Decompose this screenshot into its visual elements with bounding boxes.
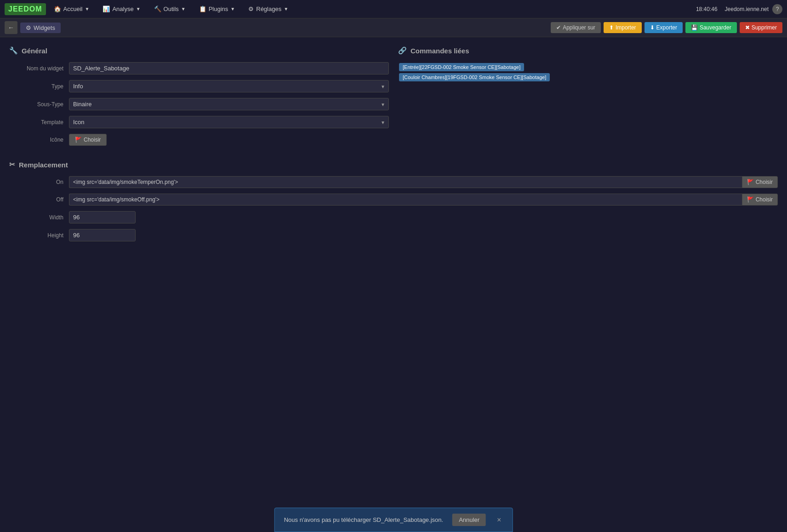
nav-accueil[interactable]: 🏠 Accueil ▼ [48,2,95,16]
analyse-icon: 📊 [103,6,110,12]
remplacement-panel: ✂ Remplacement On 🚩 Choisir Off 🚩 Choisi… [9,160,778,241]
type-label: Type [9,83,69,90]
delete-icon: ✖ [745,24,750,31]
close-notification-button[interactable]: × [495,516,503,524]
reglages-icon: ⚙ [248,6,254,12]
template-select[interactable]: Icon Default [69,116,389,128]
commandes-header: 🔗 Commandes liées [398,46,778,55]
on-input-group: 🚩 Choisir [69,176,778,188]
template-group: Template Icon Default ▼ [9,116,389,128]
export-button[interactable]: ⬇ Exporter [644,22,683,33]
apply-button[interactable]: ✔ Appliquer sur [551,22,601,33]
nav-reglages[interactable]: ⚙ Réglages ▼ [243,2,294,16]
general-panel: 🔧 Général Nom du widget Type Info Action… [9,46,389,151]
link-icon: 🔗 [398,46,407,55]
height-group: Height [9,229,778,241]
dropdown-arrow: ▼ [85,6,90,11]
navbar: JEEDOM 🏠 Accueil ▼ 📊 Analyse ▼ 🔨 Outils … [0,0,787,18]
commandes-list: [Entrée][22FGSD-002 Smoke Sensor CE][Sab… [398,62,778,82]
template-select-wrapper: Icon Default ▼ [69,116,389,128]
on-flag-icon: 🚩 [747,179,754,185]
width-input[interactable] [69,211,136,223]
width-group: Width [9,211,778,223]
remplacement-header: ✂ Remplacement [9,160,778,169]
brand: JEEDOM [5,3,46,15]
delete-button[interactable]: ✖ Supprimer [740,22,782,33]
off-label: Off [9,196,69,203]
import-button[interactable]: ⬆ Importer [604,22,642,33]
general-header: 🔧 Général [9,46,389,55]
flag-icon: 🚩 [75,137,82,143]
dropdown-arrow-5: ▼ [284,6,288,11]
height-input[interactable] [69,229,136,241]
dropdown-arrow-4: ▼ [230,6,235,11]
type-group: Type Info Action ▼ [9,80,389,92]
outils-icon: 🔨 [154,6,161,12]
on-group: On 🚩 Choisir [9,176,778,188]
server-display: Jeedom.ienne.net [725,6,769,12]
icon-choose-button[interactable]: 🚩 Choisir [69,134,107,146]
subtype-select-wrapper: Binaire Numérique Texte ▼ [69,98,389,110]
icon-label: Icône [9,137,69,143]
nav-analyse[interactable]: 📊 Analyse ▼ [97,2,146,16]
check-icon: ✔ [556,24,561,31]
on-input[interactable] [69,176,742,188]
cancel-button[interactable]: Annuler [452,514,486,526]
export-icon: ⬇ [650,24,655,31]
notification-message: Nous n'avons pas pu télécharger SD_Alert… [284,516,443,523]
time-display: 18:40:46 [696,6,718,12]
type-select-wrapper: Info Action ▼ [69,80,389,92]
navbar-right: 18:40:46 Jeedom.ienne.net ? [696,4,782,14]
template-label: Template [9,119,69,126]
widget-icon: ⚙ [26,24,31,31]
import-icon: ⬆ [609,24,614,31]
off-group: Off 🚩 Choisir [9,194,778,206]
save-icon: 💾 [691,24,698,31]
off-input[interactable] [69,194,742,206]
widget-name-group: Nom du widget [9,62,389,74]
widget-name-input[interactable] [69,62,389,74]
subtype-select[interactable]: Binaire Numérique Texte [69,98,389,110]
off-flag-icon: 🚩 [747,196,754,203]
help-button[interactable]: ? [772,4,782,14]
plugins-icon: 📋 [199,6,206,12]
off-input-group: 🚩 Choisir [69,194,778,206]
on-choose-button[interactable]: 🚩 Choisir [742,176,778,188]
on-label: On [9,179,69,185]
toolbar: ← ⚙ Widgets ✔ Appliquer sur ⬆ Importer ⬇… [0,18,787,37]
cmd-badge-1[interactable]: [Entrée][22FGSD-002 Smoke Sensor CE][Sab… [399,63,524,71]
nav-plugins[interactable]: 📋 Plugins ▼ [194,2,241,16]
dropdown-arrow-3: ▼ [181,6,186,11]
cmd-badge-2[interactable]: [Couloir Chambres][19FGSD-002 Smoke Sens… [399,73,550,81]
dropdown-arrow-2: ▼ [136,6,141,11]
subtype-group: Sous-Type Binaire Numérique Texte ▼ [9,98,389,110]
navbar-left: JEEDOM 🏠 Accueil ▼ 📊 Analyse ▼ 🔨 Outils … [5,2,294,16]
home-icon: 🏠 [54,6,61,12]
main-content: 🔧 Général Nom du widget Type Info Action… [0,37,787,256]
width-label: Width [9,214,69,221]
type-select[interactable]: Info Action [69,80,389,92]
wrench-icon: 🔧 [9,46,18,55]
replace-icon: ✂ [9,160,15,169]
commandes-panel: 🔗 Commandes liées [Entrée][22FGSD-002 Sm… [398,46,778,151]
nav-outils[interactable]: 🔨 Outils ▼ [148,2,191,16]
height-label: Height [9,232,69,239]
widget-name-label: Nom du widget [9,65,69,72]
back-button[interactable]: ← [5,21,17,34]
off-choose-button[interactable]: 🚩 Choisir [742,194,778,206]
notification-bar: Nous n'avons pas pu télécharger SD_Alert… [274,508,513,532]
subtype-label: Sous-Type [9,101,69,108]
save-button[interactable]: 💾 Sauvegarder [685,22,737,33]
icon-group: Icône 🚩 Choisir [9,134,389,146]
top-section: 🔧 Général Nom du widget Type Info Action… [9,46,778,151]
breadcrumb[interactable]: ⚙ Widgets [20,23,61,33]
